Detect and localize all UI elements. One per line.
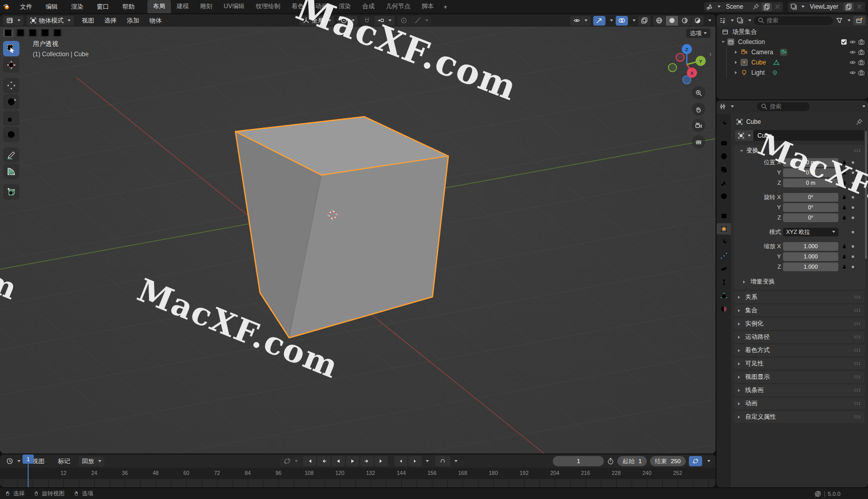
scene-selector[interactable]: Scene [704, 2, 783, 12]
proportional-falloff-selector[interactable] [411, 16, 431, 26]
transform-panel-header[interactable]: 变换 [734, 145, 865, 157]
panel-线条画[interactable]: 线条画 [734, 384, 865, 396]
new-scene-button[interactable] [762, 3, 772, 11]
workspace-tab[interactable]: 动画 [310, 0, 333, 13]
outliner-scene-collection[interactable]: 场景集合 [717, 27, 868, 37]
transport-next-keyframe[interactable] [360, 456, 374, 466]
transform-value-field[interactable]: 0° [783, 193, 838, 202]
hide-in-viewport-toggle[interactable] [849, 38, 856, 46]
panel-grip[interactable] [854, 415, 861, 419]
lock-icon[interactable] [840, 205, 848, 210]
panel-header[interactable]: 集合 [734, 305, 865, 316]
tool-transform[interactable] [3, 127, 19, 142]
shading-solid-button[interactable] [666, 16, 678, 26]
animate-dot[interactable] [852, 245, 854, 248]
viewlayer-selector[interactable]: ViewLayer [788, 2, 865, 12]
properties-tab-physics[interactable] [717, 263, 731, 274]
lock-icon[interactable] [840, 170, 848, 176]
region-collapse-arrow[interactable]: ‹ [709, 50, 711, 58]
select-mode-option[interactable] [28, 29, 38, 37]
properties-tab-object-data[interactable] [717, 290, 731, 301]
transport-next-frame[interactable] [408, 456, 422, 466]
object-name-input[interactable] [753, 130, 864, 141]
panel-header[interactable]: 视图显示 [734, 371, 865, 383]
axis-minus-x[interactable] [676, 53, 684, 61]
transform-value-field[interactable]: 1.000 [783, 252, 838, 261]
animate-dot[interactable] [852, 266, 854, 268]
workspace-tab[interactable]: 建模 [171, 0, 194, 13]
hide-in-viewport-toggle[interactable] [849, 69, 856, 76]
properties-tab-constraints[interactable] [717, 276, 731, 288]
animate-dot[interactable] [852, 206, 854, 209]
disable-in-renders-toggle[interactable] [858, 59, 865, 66]
rotation-mode-dropdown[interactable]: XYZ 欧拉 [783, 228, 838, 236]
properties-tab-collection[interactable] [717, 210, 731, 221]
lock-icon[interactable] [840, 180, 848, 186]
panel-grip[interactable] [854, 375, 861, 379]
menubar-item[interactable]: 渲染 [64, 0, 90, 13]
panel-自定义属性[interactable]: 自定义属性 [734, 411, 865, 423]
viewport-menu-item[interactable]: 选择 [99, 14, 122, 27]
tool-move[interactable] [3, 78, 19, 93]
tool-annotate[interactable] [3, 147, 19, 163]
projection-toggle-button[interactable] [692, 135, 705, 148]
keying-popover[interactable] [435, 456, 450, 466]
tool-rotate[interactable] [3, 94, 19, 110]
transform-value-field[interactable]: 1.000 [783, 263, 838, 271]
filter-icon[interactable] [836, 17, 843, 24]
panel-header[interactable]: 自定义属性 [734, 411, 865, 423]
add-workspace-button[interactable]: + [440, 1, 451, 13]
camera-view-button[interactable] [692, 119, 705, 132]
zoom-button[interactable] [692, 86, 705, 99]
panel-header[interactable]: 可见性 [734, 358, 865, 370]
workspace-tab[interactable]: UV编辑 [218, 0, 250, 13]
panel-grip[interactable] [854, 295, 861, 299]
properties-tab-render[interactable] [717, 137, 731, 148]
snap-target-selector[interactable] [374, 16, 395, 26]
panel-grip[interactable] [854, 335, 861, 339]
shading-wireframe-button[interactable] [653, 16, 665, 26]
panel-实例化[interactable]: 实例化 [734, 318, 865, 330]
transform-value-field[interactable]: 0° [783, 203, 838, 212]
proportional-editing-toggle[interactable] [398, 16, 410, 26]
properties-search-input[interactable] [770, 103, 806, 110]
scene-name[interactable]: Scene [723, 3, 750, 10]
playhead[interactable]: 1 [23, 454, 34, 464]
properties-tab-world[interactable] [717, 190, 731, 202]
pan-button[interactable] [692, 102, 705, 116]
properties-tab-material[interactable] [717, 303, 731, 314]
animate-dot[interactable] [852, 171, 854, 174]
frame-start-field[interactable]: 起始1 [617, 456, 646, 466]
properties-tab-tool[interactable] [717, 118, 731, 129]
outliner-editor-icon[interactable] [719, 17, 726, 24]
panel-grip[interactable] [854, 362, 861, 365]
scrollbar[interactable] [865, 131, 867, 259]
transform-value-field[interactable]: 0° [783, 213, 838, 222]
viewport-menu-item[interactable]: 添加 [122, 14, 144, 27]
lock-icon[interactable] [840, 254, 848, 259]
transform-value-field[interactable]: 0 m [783, 168, 838, 177]
properties-options-dropdown[interactable] [862, 105, 865, 107]
animate-dot[interactable] [852, 216, 854, 219]
properties-tab-particles[interactable] [717, 250, 731, 261]
transport-prev-keyframe[interactable] [317, 456, 331, 466]
lock-icon[interactable] [840, 215, 848, 221]
id-type-selector[interactable] [735, 130, 753, 141]
select-mode-option[interactable] [40, 29, 50, 37]
viewport-menu-item[interactable]: 物体 [144, 14, 167, 27]
lock-icon[interactable] [840, 194, 848, 200]
workspace-tab[interactable]: 雕刻 [194, 0, 218, 13]
animate-dot[interactable] [852, 231, 854, 233]
pivot-point-selector[interactable] [337, 16, 358, 26]
collection-checkbox[interactable] [840, 38, 848, 46]
playback-menu[interactable]: 回放 [79, 457, 104, 466]
panel-grip[interactable] [854, 402, 861, 405]
menubar-item[interactable]: 帮助 [116, 0, 141, 13]
animate-dot[interactable] [852, 255, 854, 258]
pin-icon[interactable] [752, 3, 760, 10]
menubar-item[interactable]: 编辑 [39, 0, 64, 13]
transform-orientation-selector[interactable]: 全局 [299, 16, 334, 26]
viewlayer-name[interactable]: ViewLayer [807, 3, 841, 10]
panel-header[interactable]: 着色方式 [734, 344, 865, 356]
panel-header[interactable]: 动画 [734, 398, 865, 409]
